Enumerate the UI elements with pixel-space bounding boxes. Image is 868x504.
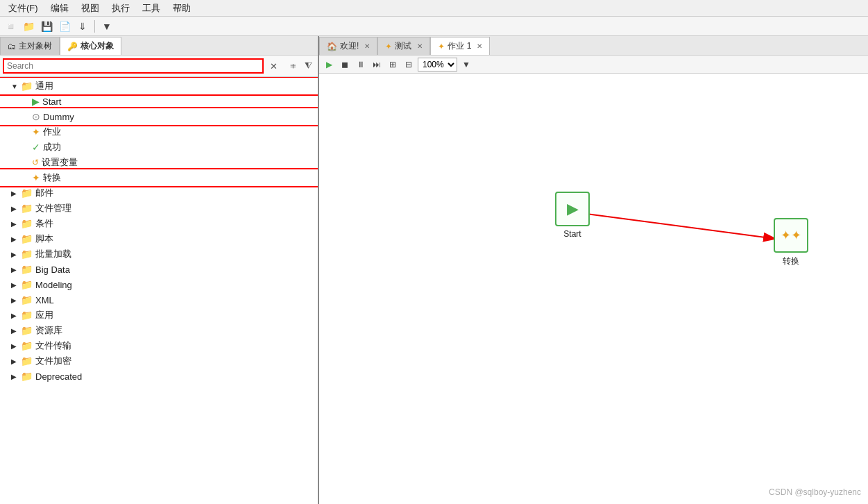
arrow-batchload: ▶	[11, 251, 21, 258]
tree-folder-batchload[interactable]: ▶ 📁 批量加载	[0, 246, 318, 262]
node-start-label: Start	[563, 229, 581, 239]
toolbar-new[interactable]: ◽	[3, 19, 18, 34]
label-script: 脚本	[35, 233, 53, 245]
tab-main-tree[interactable]: 🗂 主对象树	[0, 37, 60, 55]
arrow-app: ▶	[11, 312, 21, 319]
main-tree-label: 主对象树	[19, 40, 52, 52]
search-collapse-btn[interactable]: ⧨	[301, 59, 315, 73]
main-tree-icon: 🗂	[8, 42, 16, 51]
label-condition: 条件	[35, 217, 53, 230]
tree-folder-mail[interactable]: ▶ 📁 邮件	[0, 185, 318, 201]
label-bigdata: Big Data	[35, 264, 70, 275]
tree-folder-deprecated[interactable]: ▶ 📁 Deprecated	[0, 369, 318, 384]
tree-folder-filemanage[interactable]: ▶ 📁 文件管理	[0, 201, 318, 216]
toolbar-dropdown[interactable]: ▼	[99, 19, 114, 34]
arrow-xml: ▶	[11, 296, 21, 304]
tree-folder-general[interactable]: ▼ 📁 通用	[0, 78, 318, 94]
search-expand-btn[interactable]: ⧧	[286, 59, 300, 73]
left-panel: 🗂 主对象树 🔑 核心对象 ✕ ⧧ ⧨ ▼ 📁 通用	[0, 36, 319, 504]
label-mail: 邮件	[35, 187, 53, 199]
toolbar-save[interactable]: 💾	[39, 19, 54, 34]
ed-run-btn[interactable]: ▶	[322, 58, 336, 72]
tree-folder-filetransfer[interactable]: ▶ 📁 文件传输	[0, 338, 318, 353]
folder-icon-general: 📁	[21, 81, 33, 92]
test-close[interactable]: ✕	[417, 42, 423, 50]
arrow-repo: ▶	[11, 327, 21, 335]
arrow-mail: ▶	[11, 190, 21, 197]
core-objects-icon: 🔑	[67, 42, 78, 51]
tree-item-setvariable[interactable]: ↺ 设置变量	[0, 155, 318, 170]
menu-bar: 文件(F) 编辑 视图 执行 工具 帮助	[0, 0, 868, 17]
folder-icon-modeling: 📁	[21, 279, 33, 290]
folder-icon-batchload: 📁	[21, 249, 33, 260]
label-transform: 转换	[43, 171, 61, 184]
tree-item-start[interactable]: ▶ Start	[0, 94, 318, 109]
node-transform-box[interactable]: ✦✦	[774, 218, 808, 253]
label-dummy: Dummy	[43, 112, 74, 122]
tree-item-job[interactable]: ✦ 作业	[0, 124, 318, 140]
editor-tab-job1[interactable]: ✦ 作业 1 ✕	[430, 37, 490, 55]
job1-close[interactable]: ✕	[477, 42, 482, 50]
arrow-bigdata: ▶	[11, 266, 21, 274]
folder-icon-filemanage: 📁	[21, 203, 33, 214]
panel-tabs: 🗂 主对象树 🔑 核心对象	[0, 36, 318, 56]
menu-run[interactable]: 执行	[106, 1, 135, 16]
label-general: 通用	[35, 80, 53, 92]
welcome-label: 欢迎!	[340, 40, 359, 52]
editor-toolbar: ▶ ◼ ⏸ ⏭ ⊞ ⊟ 100% 50% 75% 125% 150% 200% …	[319, 56, 868, 74]
ed-layout-btn[interactable]: ⊞	[386, 58, 400, 72]
label-start: Start	[42, 96, 61, 107]
arrow-fileencrypt: ▶	[11, 358, 21, 365]
tree-folder-modeling[interactable]: ▶ 📁 Modeling	[0, 277, 318, 292]
ed-step-btn[interactable]: ⏭	[370, 58, 384, 72]
welcome-close[interactable]: ✕	[364, 42, 370, 50]
menu-file[interactable]: 文件(F)	[3, 1, 44, 16]
folder-icon-filetransfer: 📁	[21, 340, 33, 351]
node-transform-label: 转换	[783, 255, 799, 267]
tree-item-dummy[interactable]: ⊙ Dummy	[0, 109, 318, 124]
ed-stop-btn[interactable]: ◼	[338, 58, 352, 72]
editor-tab-test[interactable]: ✦ 测试 ✕	[377, 37, 430, 55]
menu-edit[interactable]: 编辑	[45, 1, 74, 16]
tree-folder-xml[interactable]: ▶ 📁 XML	[0, 292, 318, 308]
tree-folder-fileencrypt[interactable]: ▶ 📁 文件加密	[0, 353, 318, 369]
node-start-box[interactable]: ▶	[555, 192, 590, 226]
tree-folder-app[interactable]: ▶ 📁 应用	[0, 308, 318, 323]
canvas-area[interactable]: ▶ Start ✦✦ 转换 CSDN @sqlboy-yuzhenc	[319, 74, 868, 504]
search-clear-btn[interactable]: ✕	[266, 59, 280, 73]
search-input[interactable]	[3, 58, 264, 74]
folder-icon-bigdata: 📁	[21, 264, 33, 275]
menu-tools[interactable]: 工具	[137, 1, 166, 16]
menu-help[interactable]: 帮助	[167, 1, 196, 16]
toolbar-saveas[interactable]: 📄	[57, 19, 72, 34]
toolbar-open[interactable]: 📁	[21, 19, 36, 34]
tree-item-success[interactable]: ✓ 成功	[0, 140, 318, 155]
folder-icon-fileencrypt: 📁	[21, 355, 33, 367]
toolbar-export[interactable]: ⇓	[75, 19, 90, 34]
zoom-select[interactable]: 100% 50% 75% 125% 150% 200%	[418, 58, 457, 72]
search-bar: ✕ ⧧ ⧨	[0, 56, 318, 77]
editor-tabs: 🏠 欢迎! ✕ ✦ 测试 ✕ ✦ 作业 1 ✕	[319, 36, 868, 56]
label-job: 作业	[43, 126, 61, 138]
start-icon: ▶	[32, 96, 40, 107]
node-transform-icon: ✦✦	[781, 228, 801, 243]
label-xml: XML	[35, 295, 54, 305]
tree-container[interactable]: ▼ 📁 通用 ▶ Start ⊙ Dummy	[0, 77, 318, 504]
editor-tab-welcome[interactable]: 🏠 欢迎! ✕	[319, 37, 377, 55]
tree-folder-script[interactable]: ▶ 📁 脚本	[0, 231, 318, 246]
tree-item-transform[interactable]: ✦ 转换	[0, 170, 318, 185]
node-transform[interactable]: ✦✦ 转换	[774, 218, 808, 267]
tree-folder-condition[interactable]: ▶ 📁 条件	[0, 216, 318, 231]
tab-core-objects[interactable]: 🔑 核心对象	[60, 37, 121, 55]
tree-folder-repo[interactable]: ▶ 📁 资源库	[0, 323, 318, 338]
arrow-filetransfer: ▶	[11, 342, 21, 350]
arrow-script: ▶	[11, 235, 21, 243]
ed-pause-btn[interactable]: ⏸	[354, 58, 368, 72]
ed-zoom-dropdown[interactable]: ▼	[459, 58, 473, 72]
ed-grid-btn[interactable]: ⊟	[402, 58, 416, 72]
svg-line-1	[576, 212, 776, 239]
test-label: 测试	[395, 40, 411, 52]
menu-view[interactable]: 视图	[76, 1, 105, 16]
node-start[interactable]: ▶ Start	[555, 192, 590, 239]
tree-folder-bigdata[interactable]: ▶ 📁 Big Data	[0, 262, 318, 277]
